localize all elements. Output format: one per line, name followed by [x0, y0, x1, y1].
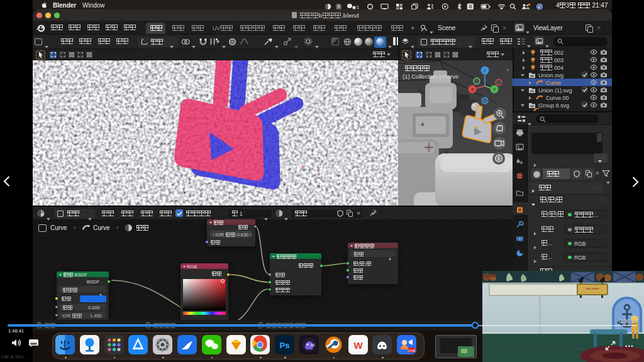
svg-text:Ps: Ps [280, 341, 290, 350]
svg-text:5: 5 [338, 4, 340, 9]
svg-text:LIVE: LIVE [408, 349, 416, 353]
svg-text:Z: Z [484, 69, 487, 73]
svg-text:Y: Y [493, 87, 496, 92]
svg-text:X: X [471, 87, 474, 92]
svg-text:W: W [353, 340, 363, 351]
svg-text:*** ****: *** **** [586, 287, 599, 292]
svg-text:00: 00 [311, 343, 315, 347]
